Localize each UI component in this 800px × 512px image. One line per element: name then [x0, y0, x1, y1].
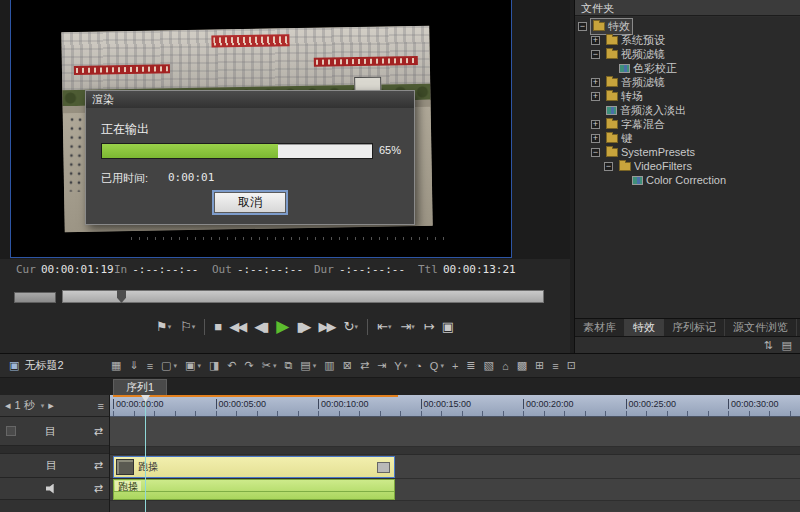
zoom-tool-button[interactable]: ▩: [514, 357, 530, 374]
sequence-tab[interactable]: 序列1: [113, 379, 167, 395]
collapse-box-icon[interactable]: −: [591, 148, 600, 157]
dropdown-caret-icon[interactable]: ▾: [411, 323, 415, 331]
frame-forward-button[interactable]: ▮▶: [296, 319, 309, 334]
tree-item-color-correction[interactable]: Color Correction: [575, 173, 800, 187]
delete-button[interactable]: ⊠: [340, 357, 355, 374]
stop-button[interactable]: ■: [214, 319, 220, 334]
mixer-button[interactable]: ▧: [481, 357, 497, 374]
set-marker-button[interactable]: ⚑▾: [156, 319, 171, 334]
shuttle-control[interactable]: [14, 292, 56, 303]
expand-box-icon[interactable]: +: [591, 78, 600, 87]
tab-effects[interactable]: 特效: [625, 319, 664, 336]
grid-button[interactable]: ⊞: [532, 357, 547, 374]
rewind-button[interactable]: ◀◀: [229, 319, 245, 334]
scrub-playhead-marker[interactable]: [117, 290, 126, 303]
track-header-video[interactable]: 目 ⇄: [0, 454, 109, 478]
goto-out-button[interactable]: ⇥▾: [400, 319, 414, 334]
goto-in-button[interactable]: ⇤▾: [377, 319, 391, 334]
cancel-button[interactable]: 取消: [214, 192, 286, 213]
open-button[interactable]: ▣▾: [182, 357, 204, 374]
add-clip-button[interactable]: +: [449, 358, 461, 374]
track-pad-icon[interactable]: [6, 426, 16, 436]
new-sequence-button[interactable]: ▢▾: [158, 357, 180, 374]
scale-left-arrow-icon[interactable]: ◂: [5, 399, 11, 412]
capture-button[interactable]: ⇓: [126, 357, 141, 374]
sync-mode-button[interactable]: ⇄: [357, 357, 372, 374]
expand-box-icon[interactable]: +: [591, 92, 600, 101]
replace-button[interactable]: ▥: [321, 357, 337, 374]
panel-header: 文件夹: [575, 0, 800, 16]
tab-sequence-marks[interactable]: 序列标记: [664, 319, 725, 336]
tree-item-video-filters-cn[interactable]: −视频滤镜: [575, 47, 800, 61]
expand-box-icon[interactable]: +: [591, 36, 600, 45]
undo-button[interactable]: ↶: [224, 357, 239, 374]
track-sync-icon[interactable]: ⇄: [94, 459, 103, 472]
dropdown-caret-icon[interactable]: ▾: [313, 362, 317, 370]
tree-item-systempresets[interactable]: −SystemPresets: [575, 145, 800, 159]
collapse-box-icon[interactable]: −: [578, 22, 587, 31]
mode-select-button[interactable]: ▦: [108, 357, 124, 374]
menu-button[interactable]: ≡: [549, 358, 561, 374]
video-clip[interactable]: 跑操: [113, 456, 395, 478]
scrub-bar[interactable]: [62, 290, 544, 303]
list-view-button[interactable]: ≣: [463, 357, 478, 374]
timecode-dur: Dur-:--:--:--: [314, 263, 405, 276]
sort-icon[interactable]: ⇅: [763, 339, 772, 352]
tree-node: 键: [603, 130, 635, 147]
play-button[interactable]: ▶: [276, 316, 287, 337]
track-visibility-icon[interactable]: 目: [45, 424, 56, 439]
fast-forward-button[interactable]: ▶▶: [319, 319, 335, 334]
export-button[interactable]: ▣: [442, 319, 452, 334]
audio-clip[interactable]: 跑操: [113, 479, 395, 500]
collapse-box-icon[interactable]: −: [591, 50, 600, 59]
track-header-1[interactable]: 目 ⇄: [0, 417, 109, 446]
render-dialog-titlebar[interactable]: 渲染: [86, 91, 414, 108]
timeline-ruler[interactable]: 00:00:00:0000:00:05:0000:00:10:0000:00:1…: [110, 395, 800, 417]
dropdown-caret-icon[interactable]: ▾: [197, 362, 201, 370]
undo-icon: ↶: [227, 359, 236, 372]
project-tab[interactable]: ▣ 无标题2: [0, 358, 108, 373]
dropdown-caret-icon[interactable]: ▾: [388, 323, 392, 331]
collapse-box-icon[interactable]: −: [604, 162, 613, 171]
tree-item-videofilters[interactable]: −VideoFilters: [575, 159, 800, 173]
expand-box-icon[interactable]: +: [591, 120, 600, 129]
jump-button[interactable]: ↦: [424, 319, 433, 334]
audio-track-lane: 跑操: [110, 479, 800, 501]
frame-back-button[interactable]: ◀▮: [254, 319, 267, 334]
preview-around-button[interactable]: ◔: [412, 358, 425, 374]
scale-right-arrow-icon[interactable]: ▸: [48, 399, 54, 412]
expand-button[interactable]: ⊡: [564, 357, 579, 374]
track-sync-icon[interactable]: ⇄: [94, 482, 103, 495]
dropdown-caret-icon[interactable]: ▾: [192, 323, 196, 331]
copy-button[interactable]: ⧉: [281, 357, 295, 374]
layout-icon[interactable]: ▤: [782, 339, 792, 352]
dropdown-caret-icon[interactable]: ▾: [355, 323, 359, 331]
save-button[interactable]: ◨: [206, 357, 222, 374]
dropdown-caret-icon[interactable]: ▾: [440, 362, 444, 370]
extend-button[interactable]: ⇥: [374, 357, 389, 374]
track-header-audio[interactable]: ⇄: [0, 478, 109, 500]
options-button[interactable]: ≡: [144, 358, 156, 374]
track-visibility-icon[interactable]: 目: [46, 458, 57, 473]
loop-playback-button[interactable]: ↻▾: [344, 319, 358, 334]
dropdown-caret-icon[interactable]: ▾: [173, 362, 177, 370]
speaker-icon[interactable]: [46, 484, 57, 494]
marker-list-button[interactable]: ⚐▾: [180, 319, 195, 334]
dropdown-caret-icon[interactable]: ▾: [404, 362, 408, 370]
tab-source-browser[interactable]: 源文件浏览: [725, 319, 797, 336]
expand-box-icon[interactable]: +: [591, 134, 600, 143]
scale-slider-icon[interactable]: ≡: [98, 400, 104, 412]
dropdown-caret-icon[interactable]: ▾: [168, 323, 172, 331]
cut-button[interactable]: ✂▾: [259, 357, 280, 374]
quick-title-button[interactable]: Q▾: [427, 358, 447, 374]
snap-button[interactable]: ⌂: [499, 358, 512, 374]
redo-button[interactable]: ↷: [242, 357, 257, 374]
dropdown-caret-icon[interactable]: ▾: [273, 362, 277, 370]
tab-bin[interactable]: 素材库: [575, 319, 625, 336]
scale-dropdown-icon[interactable]: ▾: [41, 402, 45, 410]
split-button[interactable]: Y▾: [391, 358, 410, 374]
paste-button[interactable]: ▤▾: [297, 357, 319, 374]
tree-item-key[interactable]: +键: [575, 131, 800, 145]
timeline-playhead[interactable]: [145, 395, 146, 512]
track-sync-icon[interactable]: ⇄: [94, 425, 103, 438]
